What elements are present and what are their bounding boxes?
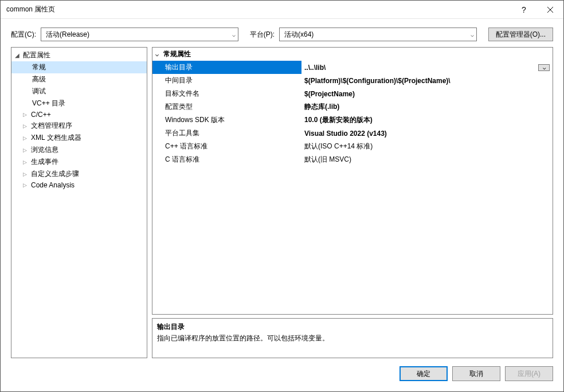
- cancel-button[interactable]: 取消: [452, 366, 500, 381]
- property-name: 平台工具集: [152, 127, 301, 140]
- grid-section-header[interactable]: ⌵ 常规属性: [152, 48, 553, 61]
- grid-section-label: 常规属性: [163, 49, 191, 59]
- property-value[interactable]: 静态库(.lib): [301, 100, 553, 113]
- tree-item[interactable]: ▷Code Analysis: [11, 180, 147, 190]
- tree-item-label: 生成事件: [31, 157, 58, 167]
- property-row[interactable]: C 语言标准默认(旧 MSVC): [152, 153, 553, 166]
- main-area: ◢ 配置属性 常规高级调试VC++ 目录▷C/C++▷文档管理程序▷XML 文档…: [1, 47, 563, 358]
- tree-item-label: 文档管理程序: [31, 121, 72, 131]
- tree-item-label: XML 文档生成器: [31, 133, 81, 143]
- property-row[interactable]: 平台工具集Visual Studio 2022 (v143): [152, 127, 553, 140]
- property-value-text: 10.0 (最新安装的版本): [304, 115, 373, 125]
- category-tree[interactable]: ◢ 配置属性 常规高级调试VC++ 目录▷C/C++▷文档管理程序▷XML 文档…: [11, 47, 147, 358]
- property-name: Windows SDK 版本: [152, 113, 301, 127]
- property-name: 配置类型: [152, 100, 301, 113]
- tree-item[interactable]: ▷浏览信息: [11, 144, 147, 156]
- property-name: 输出目录: [152, 61, 301, 74]
- window-title: common 属性页: [6, 5, 511, 14]
- tree-item-label: 常规: [32, 62, 46, 72]
- tree-item[interactable]: ▷生成事件: [11, 156, 147, 168]
- close-button[interactable]: [537, 1, 563, 18]
- property-row[interactable]: C++ 语言标准默认(ISO C++14 标准): [152, 140, 553, 153]
- platform-dropdown[interactable]: 活动(x64) ⌵: [279, 28, 477, 41]
- chevron-down-icon: ⌵: [471, 32, 474, 38]
- property-value[interactable]: $(ProjectName): [301, 87, 553, 100]
- ok-button[interactable]: 确定: [399, 366, 448, 381]
- expander-right-icon: ▷: [23, 123, 29, 129]
- apply-button: 应用(A): [505, 366, 553, 381]
- config-toolbar: 配置(C): 活动(Release) ⌵ 平台(P): 活动(x64) ⌵ 配置…: [1, 19, 563, 47]
- config-value: 活动(Release): [46, 30, 89, 40]
- help-button[interactable]: ?: [511, 1, 537, 18]
- platform-value: 活动(x64): [284, 30, 314, 40]
- expander-right-icon: ▷: [23, 182, 29, 188]
- property-value[interactable]: ..\..\lib\⌵: [301, 61, 553, 74]
- property-row[interactable]: 中间目录$(Platform)\$(Configuration)\$(Proje…: [152, 74, 553, 87]
- tree-item-label: VC++ 目录: [32, 99, 65, 108]
- titlebar: common 属性页 ?: [1, 1, 563, 19]
- expander-down-icon: ◢: [15, 52, 21, 58]
- tree-item-label: 调试: [32, 87, 46, 96]
- description-text: 指向已编译程序的放置位置的路径。可以包括环境变量。: [157, 334, 548, 343]
- platform-label: 平台(P):: [250, 30, 275, 40]
- property-value[interactable]: 10.0 (最新安装的版本): [301, 113, 553, 127]
- chevron-down-icon: ⌵: [232, 32, 236, 38]
- right-panel: ⌵ 常规属性 输出目录..\..\lib\⌵中间目录$(Platform)\$(…: [152, 47, 553, 358]
- tree-item[interactable]: 高级: [11, 73, 147, 85]
- config-label: 配置(C):: [11, 30, 36, 40]
- description-panel: 输出目录 指向已编译程序的放置位置的路径。可以包括环境变量。: [152, 318, 553, 358]
- property-name: C 语言标准: [152, 153, 301, 166]
- dialog-footer: 确定 取消 应用(A): [1, 358, 563, 391]
- tree-item[interactable]: ▷XML 文档生成器: [11, 132, 147, 144]
- tree-item[interactable]: 调试: [11, 85, 147, 97]
- expander-right-icon: ▷: [23, 112, 29, 117]
- tree-item[interactable]: ▷自定义生成步骤: [11, 168, 147, 180]
- property-value-text: ..\..\lib\: [304, 64, 326, 72]
- value-dropdown-button[interactable]: ⌵: [538, 64, 550, 71]
- tree-root[interactable]: ◢ 配置属性: [11, 49, 147, 61]
- property-value[interactable]: 默认(ISO C++14 标准): [301, 140, 553, 153]
- tree-item[interactable]: ▷C/C++: [11, 109, 147, 120]
- property-name: 目标文件名: [152, 87, 301, 100]
- property-value-text: 静态库(.lib): [304, 102, 339, 112]
- property-grid[interactable]: ⌵ 常规属性 输出目录..\..\lib\⌵中间目录$(Platform)\$(…: [152, 47, 553, 315]
- expander-right-icon: ▷: [23, 159, 29, 165]
- property-value-text: $(ProjectName): [304, 90, 355, 98]
- tree-item-label: 浏览信息: [31, 145, 58, 155]
- expander-right-icon: ▷: [23, 171, 29, 177]
- property-value-text: 默认(ISO C++14 标准): [304, 142, 373, 151]
- config-dropdown[interactable]: 活动(Release) ⌵: [41, 28, 238, 41]
- tree-item-label: Code Analysis: [31, 181, 75, 189]
- close-icon: [547, 7, 553, 13]
- property-name: 中间目录: [152, 74, 301, 87]
- tree-item-label: 高级: [32, 75, 46, 84]
- tree-root-label: 配置属性: [23, 50, 50, 60]
- tree-item[interactable]: VC++ 目录: [11, 97, 147, 109]
- property-name: C++ 语言标准: [152, 140, 301, 153]
- property-value-text: Visual Studio 2022 (v143): [304, 130, 387, 138]
- expander-right-icon: ▷: [23, 147, 29, 153]
- tree-item[interactable]: ▷文档管理程序: [11, 120, 147, 132]
- chevron-down-icon: ⌵: [155, 51, 163, 57]
- property-row[interactable]: 配置类型静态库(.lib): [152, 100, 553, 113]
- property-row[interactable]: 输出目录..\..\lib\⌵: [152, 61, 553, 74]
- property-value-text: 默认(旧 MSVC): [304, 155, 351, 164]
- tree-item[interactable]: 常规: [11, 61, 147, 73]
- property-row[interactable]: Windows SDK 版本10.0 (最新安装的版本): [152, 113, 553, 127]
- config-manager-button[interactable]: 配置管理器(O)...: [488, 28, 553, 41]
- description-title: 输出目录: [157, 322, 548, 332]
- tree-item-label: 自定义生成步骤: [31, 169, 79, 179]
- tree-item-label: C/C++: [31, 111, 51, 119]
- property-value[interactable]: 默认(旧 MSVC): [301, 153, 553, 166]
- property-value-text: $(Platform)\$(Configuration)\$(ProjectNa…: [304, 77, 451, 85]
- property-pages-dialog: common 属性页 ? 配置(C): 活动(Release) ⌵ 平台(P):…: [0, 0, 564, 392]
- property-value[interactable]: $(Platform)\$(Configuration)\$(ProjectNa…: [301, 74, 553, 87]
- expander-right-icon: ▷: [23, 135, 29, 141]
- property-row[interactable]: 目标文件名$(ProjectName): [152, 87, 553, 100]
- property-value[interactable]: Visual Studio 2022 (v143): [301, 127, 553, 140]
